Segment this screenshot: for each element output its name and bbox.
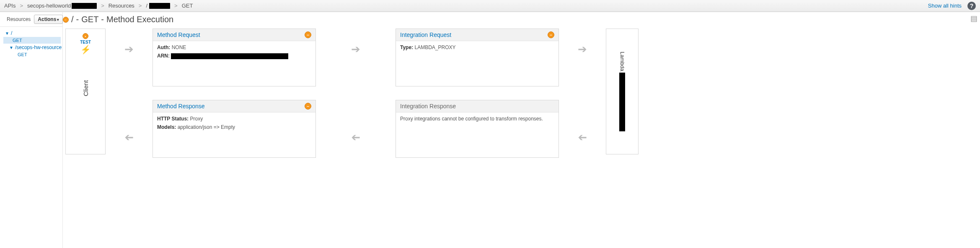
arrow-right-icon: ➔ [578, 27, 587, 71]
breadcrumb-sep: > [101, 3, 104, 9]
arrow-left-icon: ➔ [124, 115, 134, 159]
breadcrumb-api-name[interactable]: secops-helloworld [27, 3, 97, 9]
title-suffix: Method Execution [106, 15, 173, 24]
integration-response-text: Proxy integrations cannot be configured … [400, 116, 543, 122]
tree-child-get-method[interactable]: GET [3, 51, 61, 58]
redacted-block [149, 3, 170, 9]
collapse-button[interactable]: – [305, 31, 311, 38]
arrow-right-icon: ➔ [351, 27, 360, 71]
lambda-box[interactable]: Lambda [606, 29, 639, 154]
tree-root-label: / [11, 30, 12, 36]
tree-child-get-label: GET [18, 52, 27, 57]
client-box[interactable]: • TEST ⚡ Client [65, 29, 106, 154]
title-path: / [71, 15, 74, 24]
page-title: ← / - GET - Method Execution [63, 15, 972, 24]
type-label: Type: [400, 44, 413, 50]
method-request-body: Auth: NONE ARN: [153, 41, 315, 65]
method-request-header: Method Request – [153, 29, 315, 41]
method-response-header: Method Response – [153, 100, 315, 112]
caret-down-icon: ▾ [57, 18, 59, 22]
lambda-label: Lambda [619, 52, 626, 71]
title-dash: - [101, 15, 104, 24]
tree-child-label: /secops-hw-resource [15, 44, 62, 50]
tree-root[interactable]: ▼ / [3, 29, 61, 37]
http-status-label: HTTP Status: [157, 116, 189, 122]
caret-down-icon: ▼ [5, 31, 9, 36]
arrow-left-icon: ➔ [351, 115, 360, 159]
method-request-title-link[interactable]: Method Request [157, 31, 200, 38]
sidebar-tab-resources[interactable]: Resources [7, 16, 31, 22]
breadcrumb: APIs > secops-helloworld > Resources > /… [4, 3, 193, 9]
tree-child-resource[interactable]: ▼ /secops-hw-resource [3, 44, 61, 51]
show-all-hints-link[interactable]: Show all hints [928, 3, 962, 9]
integration-cards-column: Integration Request – Type: LAMBDA_PROXY… [396, 29, 559, 158]
collapse-button[interactable]: – [548, 31, 554, 38]
breadcrumb-method[interactable]: GET [182, 3, 193, 9]
integration-request-body: Type: LAMBDA_PROXY [396, 41, 559, 56]
arrows-integration-lambda: ➔ ➔ [559, 29, 606, 158]
integration-response-title: Integration Response [400, 103, 456, 110]
breadcrumb-sep: > [139, 3, 142, 9]
canvas: ▤ ← / - GET - Method Execution • TEST ⚡ … [63, 12, 980, 248]
help-icon[interactable]: ? [967, 2, 976, 10]
top-right: Show all hints ? [928, 2, 976, 10]
integration-request-card: Integration Request – Type: LAMBDA_PROXY [396, 29, 559, 86]
main-layout: Resources Actions▾ ▼ / GET ▼ /secops-hw-… [0, 12, 980, 248]
client-label: Client [82, 80, 89, 96]
breadcrumb-api-name-text: secops-helloworld [27, 3, 71, 9]
back-badge-icon[interactable]: ← [63, 17, 69, 23]
integration-response-header: Integration Response [396, 100, 559, 112]
integration-response-card: Integration Response Proxy integrations … [396, 100, 559, 158]
breadcrumb-root[interactable]: APIs [4, 3, 16, 9]
breadcrumb-resources[interactable]: Resources [109, 3, 134, 9]
redacted-block [619, 73, 625, 131]
method-execution-flow: • TEST ⚡ Client ➔ ➔ Method Request – [63, 27, 972, 158]
redacted-block [72, 3, 97, 9]
documentation-icon[interactable]: ▤ [970, 14, 977, 23]
test-link[interactable]: TEST [80, 40, 91, 44]
method-request-card: Method Request – Auth: NONE ARN: [153, 29, 316, 86]
type-value: LAMBDA_PROXY [414, 44, 455, 50]
top-bar: APIs > secops-helloworld > Resources > /… [0, 0, 980, 12]
arrow-right-icon: ➔ [124, 27, 134, 71]
breadcrumb-sep: > [20, 3, 23, 9]
integration-request-header: Integration Request – [396, 29, 559, 41]
models-label: Models: [157, 124, 176, 130]
http-status-value: Proxy [190, 116, 203, 122]
method-response-card: Method Response – HTTP Status: Proxy Mod… [153, 100, 316, 158]
arrow-left-icon: ➔ [578, 115, 587, 159]
actions-button-label: Actions [38, 16, 56, 22]
caret-down-icon: ▼ [9, 45, 13, 50]
integration-response-body: Proxy integrations cannot be configured … [396, 112, 559, 125]
redacted-block [171, 53, 288, 59]
sidebar-header: Resources Actions▾ [0, 12, 62, 27]
tree-root-get-method[interactable]: GET [3, 37, 61, 44]
arn-label: ARN: [157, 53, 170, 59]
title-method: GET [81, 15, 98, 24]
method-response-body: HTTP Status: Proxy Models: application/j… [153, 112, 315, 136]
sidebar: Resources Actions▾ ▼ / GET ▼ /secops-hw-… [0, 12, 63, 248]
arrows-method-integration: ➔ ➔ [316, 29, 396, 158]
breadcrumb-resource-path[interactable]: / [146, 3, 170, 9]
arrows-client-method: ➔ ➔ [106, 29, 153, 158]
method-cards-column: Method Request – Auth: NONE ARN: Method … [153, 29, 316, 158]
actions-dropdown-button[interactable]: Actions▾ [34, 15, 63, 24]
models-value: application/json => Empty [178, 124, 235, 130]
auth-value: NONE [172, 44, 186, 50]
breadcrumb-sep: > [174, 3, 178, 9]
integration-request-title-link[interactable]: Integration Request [400, 31, 451, 38]
collapse-button[interactable]: – [305, 103, 311, 110]
method-response-title-link[interactable]: Method Response [157, 103, 205, 110]
auth-label: Auth: [157, 44, 170, 50]
bolt-icon: ⚡ [80, 45, 91, 54]
breadcrumb-resource-path-text: / [146, 3, 147, 9]
title-dash: - [76, 15, 79, 24]
resource-tree: ▼ / GET ▼ /secops-hw-resource GET [0, 27, 62, 60]
test-badge-icon: • [83, 33, 88, 39]
